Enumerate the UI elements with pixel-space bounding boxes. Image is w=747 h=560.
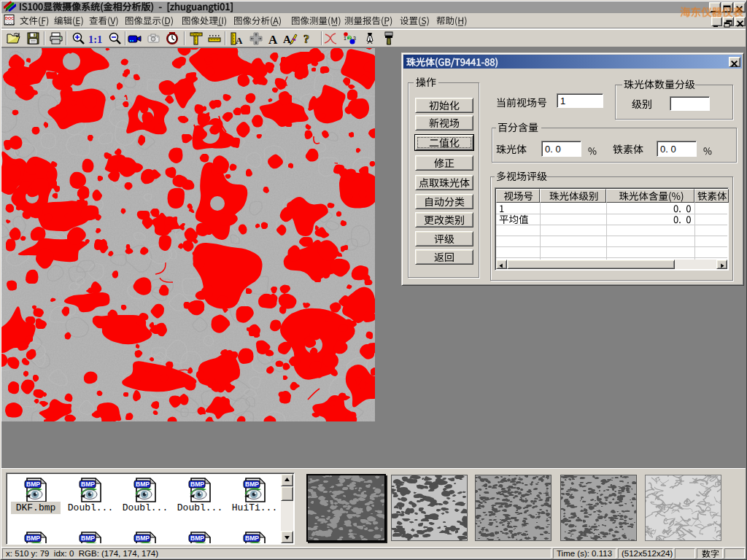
svg-text:2: 2: [348, 36, 351, 41]
svg-text:A: A: [283, 34, 291, 45]
svg-text:BMP: BMP: [136, 481, 150, 488]
svg-text:?: ?: [303, 33, 309, 45]
svg-text:BMP: BMP: [26, 481, 40, 488]
svg-text:BMP: BMP: [81, 534, 95, 542]
svg-text:BMP: BMP: [26, 534, 40, 542]
svg-text:A: A: [268, 33, 278, 46]
svg-text:A: A: [236, 35, 243, 46]
svg-text:BMP: BMP: [136, 534, 150, 542]
svg-text:BMP: BMP: [190, 534, 204, 542]
svg-text:BMP: BMP: [81, 481, 95, 488]
svg-text:BMP: BMP: [245, 534, 259, 542]
svg-text:BMP: BMP: [245, 481, 259, 488]
svg-text:BMP: BMP: [190, 481, 204, 488]
svg-text:1: 1: [344, 36, 347, 41]
svg-text:1:1: 1:1: [88, 34, 102, 45]
svg-text:DOC: DOC: [5, 16, 14, 20]
svg-text:3: 3: [353, 36, 356, 41]
